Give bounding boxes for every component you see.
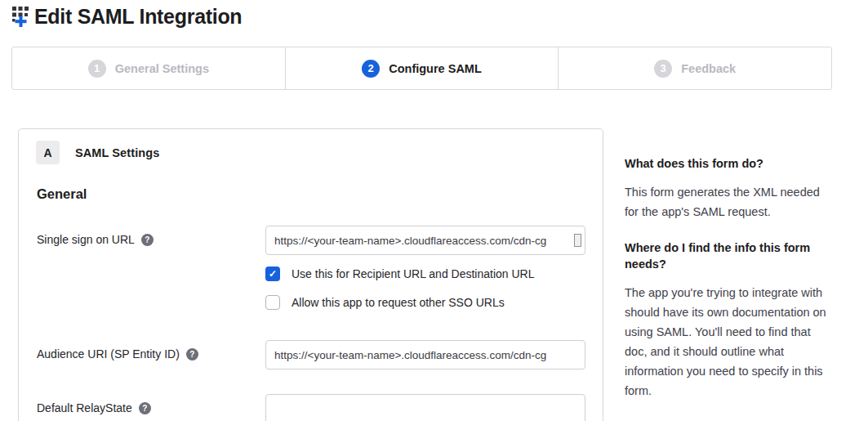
step-label: Feedback — [681, 62, 736, 75]
step-number-badge: 1 — [88, 60, 106, 78]
text-cursor — [574, 234, 581, 247]
app-grid-add-icon — [11, 4, 33, 29]
field-label-col: Audience URI (SP Entity ID) — [37, 340, 265, 369]
step-general-settings[interactable]: 1 General Settings — [12, 47, 285, 89]
sidebar-heading-where: Where do I find the info this form needs… — [625, 240, 830, 272]
general-group-heading: General — [37, 186, 603, 202]
sidebar-body-what: This form generates the XML needed for t… — [625, 182, 830, 222]
other-sso-urls-checkbox-row: Allow this app to request other SSO URLs — [265, 295, 585, 310]
step-configure-saml[interactable]: 2 Configure SAML — [285, 47, 559, 89]
field-control-col — [265, 340, 585, 369]
page-title: Edit SAML Integration — [34, 5, 242, 29]
single-sign-on-url-input-wrap — [265, 226, 585, 255]
help-icon[interactable] — [141, 234, 154, 246]
field-row-audience-uri: Audience URI (SP Entity ID) — [37, 340, 603, 369]
field-label-col: Single sign on URL — [37, 226, 265, 310]
step-label: Configure SAML — [389, 62, 482, 75]
help-icon[interactable] — [139, 402, 151, 414]
other-sso-urls-checkbox[interactable] — [265, 295, 280, 310]
edit-saml-integration-page: Edit SAML Integration 1 General Settings… — [0, 0, 868, 421]
section-badge: A — [36, 141, 60, 164]
page-header: Edit SAML Integration — [11, 4, 242, 29]
field-label-col: Default RelayState — [37, 394, 265, 421]
field-row-default-relaystate: Default RelayState If no value is set, a… — [37, 394, 603, 421]
single-sign-on-url-input[interactable] — [265, 226, 585, 255]
saml-settings-panel: A SAML Settings General Single sign on U… — [18, 128, 603, 421]
step-label: General Settings — [115, 62, 209, 75]
other-sso-urls-checkbox-label: Allow this app to request other SSO URLs — [292, 296, 505, 309]
field-control-col: If no value is set, a blank RelayState i… — [265, 394, 585, 421]
recipient-url-checkbox[interactable] — [265, 266, 280, 281]
sidebar-body-where: The app you're trying to integrate with … — [625, 283, 830, 401]
audience-uri-input[interactable] — [265, 340, 585, 369]
sidebar-heading-what: What does this form do? — [625, 155, 830, 172]
help-sidebar: What does this form do? This form genera… — [625, 155, 830, 419]
single-sign-on-url-label: Single sign on URL — [37, 233, 135, 246]
recipient-url-checkbox-label: Use this for Recipient URL and Destinati… — [292, 267, 535, 280]
audience-uri-label: Audience URI (SP Entity ID) — [37, 347, 180, 361]
step-feedback[interactable]: 3 Feedback — [558, 47, 831, 89]
field-control-col: Use this for Recipient URL and Destinati… — [265, 226, 585, 310]
section-title: SAML Settings — [75, 146, 159, 159]
default-relaystate-input[interactable] — [265, 394, 585, 421]
section-header: A SAML Settings — [36, 141, 603, 164]
step-number-badge: 3 — [654, 60, 672, 78]
default-relaystate-label: Default RelayState — [37, 401, 132, 414]
recipient-url-checkbox-row: Use this for Recipient URL and Destinati… — [265, 266, 585, 281]
wizard-step-bar: 1 General Settings 2 Configure SAML 3 Fe… — [11, 47, 832, 90]
help-icon[interactable] — [186, 348, 198, 361]
field-row-single-sign-on-url: Single sign on URL Use this for Recipien… — [37, 226, 603, 310]
step-number-badge: 2 — [362, 60, 380, 78]
